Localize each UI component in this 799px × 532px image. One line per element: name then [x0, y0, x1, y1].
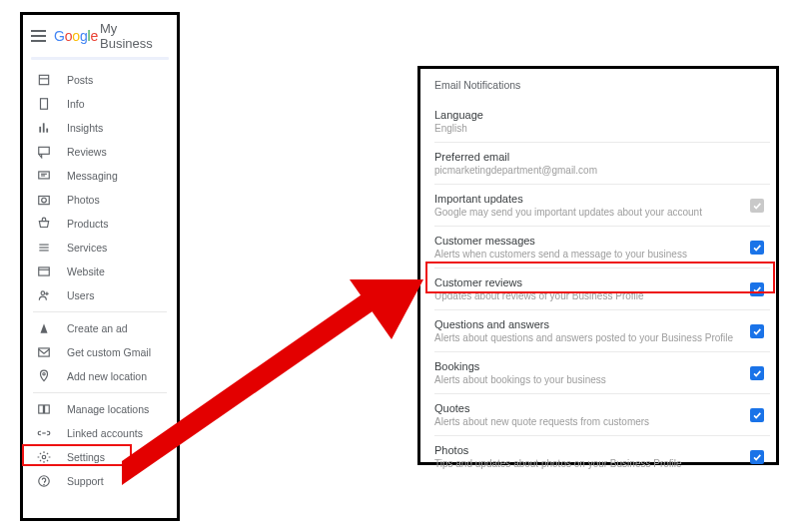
location-icon: [37, 369, 51, 383]
google-logo: Google: [54, 28, 98, 44]
ad-icon: [37, 321, 51, 335]
svg-rect-6: [39, 147, 50, 154]
svg-rect-20: [39, 348, 50, 356]
svg-rect-4: [43, 123, 45, 132]
checkbox[interactable]: [750, 241, 764, 255]
sidebar-item-label: Info: [67, 98, 85, 110]
support-icon: [37, 474, 51, 488]
website-icon: [37, 265, 51, 278]
svg-point-11: [42, 198, 47, 203]
section-title: Email Notifications: [434, 79, 770, 91]
highlight-box-settings: [22, 444, 132, 466]
setting-desc: picmarketingdepartment@gmail.com: [434, 165, 770, 176]
setting-label: Photos: [434, 444, 770, 456]
sidebar-panel: Google My Business Posts Info Insights R…: [20, 12, 180, 521]
sidebar-item-manage-locations[interactable]: Manage locations: [23, 397, 177, 421]
sidebar-item-label: Add new location: [67, 370, 147, 382]
setting-label: Language: [434, 109, 770, 121]
sidebar-list-tools: Create an ad Get custom Gmail Add new lo…: [23, 316, 177, 388]
sidebar-header: Google My Business: [23, 15, 177, 55]
post-icon: [37, 73, 51, 87]
sidebar-item-label: Messaging: [67, 170, 118, 182]
sidebar-item-label: Posts: [67, 74, 93, 86]
svg-rect-2: [41, 99, 48, 110]
sidebar-item-label: Get custom Gmail: [67, 346, 151, 358]
svg-point-26: [44, 484, 45, 485]
setting-desc: English: [434, 123, 770, 134]
setting-row-questions-answers: Questions and answers Alerts about quest…: [434, 309, 770, 351]
sidebar-item-posts[interactable]: Posts: [23, 68, 177, 92]
setting-desc: Alerts when customers send a message to …: [434, 249, 770, 260]
svg-marker-29: [350, 279, 423, 339]
insights-icon: [37, 121, 51, 135]
sidebar-item-users[interactable]: Users: [23, 283, 177, 307]
sidebar-item-website[interactable]: Website: [23, 260, 177, 283]
sidebar-item-label: Reviews: [67, 146, 107, 158]
sidebar-item-photos[interactable]: Photos: [23, 188, 177, 212]
setting-desc: Google may send you important updates ab…: [434, 207, 770, 218]
sidebar-top-divider: [31, 57, 169, 60]
setting-desc: Tips and updates about photos on your Bu…: [434, 458, 770, 469]
checkbox[interactable]: [750, 450, 764, 464]
sidebar-item-messaging[interactable]: Messaging: [23, 164, 177, 188]
checkbox[interactable]: [750, 366, 764, 380]
gmail-icon: [37, 345, 51, 359]
products-icon: [37, 217, 51, 231]
svg-rect-22: [39, 405, 44, 413]
sidebar-item-add-location[interactable]: Add new location: [23, 364, 177, 388]
setting-desc: Alerts about new quote requests from cus…: [434, 416, 770, 427]
sidebar-item-products[interactable]: Products: [23, 212, 177, 236]
sidebar-item-custom-gmail[interactable]: Get custom Gmail: [23, 340, 177, 364]
svg-rect-15: [39, 267, 50, 275]
setting-label: Preferred email: [434, 151, 770, 163]
checkbox[interactable]: [750, 408, 764, 422]
linked-icon: [37, 426, 51, 440]
users-icon: [37, 288, 51, 302]
sidebar-item-settings[interactable]: Settings: [23, 445, 177, 469]
svg-point-21: [43, 373, 45, 375]
email-notifications-panel: Email Notifications Language English Pre…: [417, 66, 779, 465]
photos-icon: [37, 193, 51, 207]
sidebar-separator: [33, 311, 167, 312]
setting-row-bookings: Bookings Alerts about bookings to your b…: [434, 351, 770, 393]
sidebar-separator: [33, 392, 167, 393]
sidebar-item-support[interactable]: Support: [23, 469, 177, 493]
sidebar-item-insights[interactable]: Insights: [23, 116, 177, 140]
sidebar-item-info[interactable]: Info: [23, 92, 177, 116]
setting-row-language[interactable]: Language English: [434, 101, 770, 142]
svg-marker-28: [350, 283, 390, 319]
svg-rect-0: [39, 75, 48, 84]
product-name: My Business: [100, 21, 169, 51]
sidebar-item-linked-accounts[interactable]: Linked accounts: [23, 421, 177, 445]
setting-row-preferred-email[interactable]: Preferred email picmarketingdepartment@g…: [434, 142, 770, 184]
setting-row-quotes: Quotes Alerts about new quote requests f…: [434, 393, 770, 435]
setting-desc: Alerts about bookings to your business: [434, 374, 770, 385]
setting-label: Customer messages: [434, 235, 770, 247]
setting-row-important-updates: Important updates Google may send you im…: [434, 184, 770, 226]
sidebar-item-create-ad[interactable]: Create an ad: [23, 316, 177, 340]
highlight-box-reviews: [425, 262, 775, 293]
sidebar-item-label: Manage locations: [67, 403, 149, 415]
setting-row-photos: Photos Tips and updates about photos on …: [434, 435, 770, 477]
hamburger-icon[interactable]: [31, 30, 46, 42]
sidebar-list-account: Manage locations Linked accounts Setting…: [23, 397, 177, 493]
sidebar-item-label: Website: [67, 266, 105, 277]
svg-rect-23: [45, 405, 50, 413]
setting-desc: Alerts about questions and answers poste…: [434, 332, 770, 343]
sidebar-item-services[interactable]: Services: [23, 236, 177, 260]
sidebar-list-main: Posts Info Insights Reviews Messaging Ph…: [23, 68, 177, 307]
svg-point-17: [41, 291, 45, 295]
sidebar-item-label: Users: [67, 289, 94, 301]
setting-label: Bookings: [434, 360, 770, 372]
sidebar-item-label: Create an ad: [67, 322, 128, 334]
messaging-icon: [37, 169, 51, 183]
manage-icon: [37, 402, 51, 416]
sidebar-item-reviews[interactable]: Reviews: [23, 140, 177, 164]
services-icon: [37, 241, 51, 255]
sidebar-item-label: Linked accounts: [67, 427, 143, 439]
svg-rect-5: [46, 129, 48, 133]
sidebar-item-label: Photos: [67, 194, 100, 206]
sidebar-item-label: Services: [67, 242, 107, 254]
checkbox[interactable]: [750, 324, 764, 338]
sidebar-item-label: Support: [67, 475, 104, 487]
